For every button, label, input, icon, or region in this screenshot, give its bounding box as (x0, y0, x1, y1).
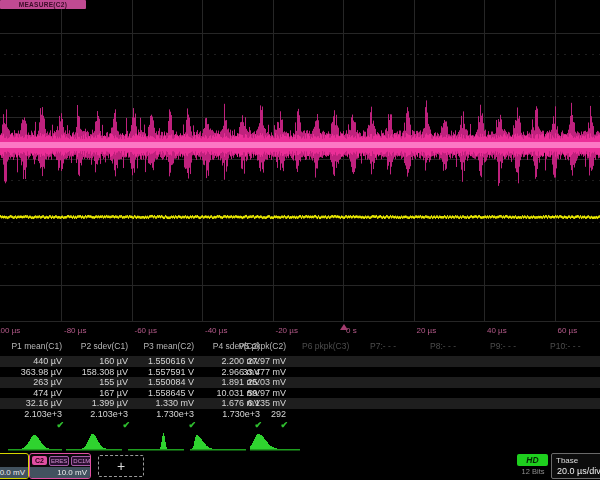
channel-c2-volts-per-div: 10.0 mV (30, 467, 90, 478)
time-axis-label: 20 µs (417, 326, 437, 335)
measurement-cell: 25.03 mV (236, 377, 288, 388)
trigger-position-marker[interactable] (340, 324, 348, 330)
measurement-cell: 1.558645 V (132, 388, 196, 399)
param-header-cell-unused[interactable]: P8:- - - (428, 340, 478, 352)
measurement-cell: 160 µV (66, 356, 130, 367)
param-status-check-icon: ✔ (236, 420, 288, 430)
param-header-cell[interactable]: P2 sdev(C1) (66, 340, 130, 352)
time-axis-label: -100 µs (0, 326, 20, 335)
measurement-row: 32.16 µV1.399 µV1.330 mV1.676 mV6.135 mV (0, 398, 600, 409)
measurement-row: 363.98 µV158.308 µV1.557591 V2.966 mV33.… (0, 367, 600, 378)
measurement-cell: 167 µV (66, 388, 130, 399)
measurement-cell: 158.308 µV (66, 367, 130, 378)
param-status-check-icon: ✔ (66, 420, 130, 430)
hd-mode-badge[interactable]: HD (517, 454, 548, 466)
measurement-cell: 1.557591 V (132, 367, 196, 378)
channel-c1-descriptor[interactable]: C1 DC1M 10.0 mV (0, 453, 29, 479)
measurement-cell: 292 (236, 409, 288, 420)
trace-status-badge: MEASURE(C2) (0, 0, 86, 9)
time-axis-label: -80 µs (64, 326, 86, 335)
channel-c1-volts-per-div: 10.0 mV (0, 467, 28, 478)
param-header-row: P1 mean(C1)P2 sdev(C1)P3 mean(C2)P4 sdev… (0, 340, 600, 353)
measurement-cell: 1.550616 V (132, 356, 196, 367)
measurement-cell: 263 µV (0, 377, 64, 388)
param-header-cell-unused[interactable]: P9:- - - (488, 340, 538, 352)
time-axis-label: 60 µs (558, 326, 578, 335)
measurement-row: 440 µV160 µV1.550616 V2.200 mV27.97 mV (0, 356, 600, 367)
time-axis-label: -60 µs (135, 326, 157, 335)
hd-bits-label: 12 Bits (515, 467, 551, 476)
measurement-cell: 474 µV (0, 388, 64, 399)
timebase-descriptor[interactable]: Tbase 20.0 µs/div (551, 453, 600, 479)
time-axis-label: -20 µs (276, 326, 298, 335)
measurement-table: P1 mean(C1)P2 sdev(C1)P3 mean(C2)P4 sdev… (0, 340, 600, 432)
measurement-cell: 27.97 mV (236, 356, 288, 367)
measurement-cell: 1.730e+3 (132, 409, 196, 420)
oscilloscope-screen: MEASURE(C2) -100 µs-80 µs-60 µs-40 µs-20… (0, 0, 600, 480)
measurement-cell: 2.103e+3 (0, 409, 64, 420)
measurement-cell: 155 µV (66, 377, 130, 388)
add-trace-button[interactable]: + (98, 455, 144, 477)
time-axis-label: -40 µs (205, 326, 227, 335)
measurement-cell: 6.135 mV (236, 398, 288, 409)
measurement-cell: 1.399 µV (66, 398, 130, 409)
measurement-cell: 33.477 mV (236, 367, 288, 378)
param-header-cell[interactable]: P3 mean(C2) (132, 340, 196, 352)
param-header-cell-unused[interactable]: P6 pkpk(C3) (300, 340, 358, 352)
param-header-cell-unused[interactable]: P10:- - - (548, 340, 598, 352)
param-status-check-icon: ✔ (0, 420, 64, 430)
channel-c2-descriptor[interactable]: C2 ERES DC1M 10.0 mV (29, 453, 91, 479)
measurement-cell: 363.98 µV (0, 367, 64, 378)
measurement-cell: 59.97 mV (236, 388, 288, 399)
measurement-cell: 32.16 µV (0, 398, 64, 409)
param-header-cell[interactable]: P5 pkpk(C2) (236, 340, 288, 352)
channel-c2-coupling-badge: DC1M (71, 456, 91, 466)
measurement-row: 2.103e+32.103e+31.730e+31.730e+3292 (0, 409, 600, 420)
measurement-cell: 1.550084 V (132, 377, 196, 388)
param-header-cell[interactable]: P1 mean(C1) (0, 340, 64, 352)
time-axis[interactable]: -100 µs-80 µs-60 µs-40 µs-20 µs0 s20 µs4… (0, 322, 600, 338)
param-header-cell-unused[interactable]: P7:- - - (368, 340, 418, 352)
timebase-label: Tbase (552, 454, 600, 465)
param-status-check-icon: ✔ (132, 420, 196, 430)
time-axis-label: 40 µs (487, 326, 507, 335)
measurement-row: 263 µV155 µV1.550084 V1.891 mV25.03 mV (0, 377, 600, 388)
measurement-cell: 440 µV (0, 356, 64, 367)
measurement-row: 474 µV167 µV1.558645 V10.031 mV59.97 mV (0, 388, 600, 399)
timebase-value: 20.0 µs/div (552, 465, 600, 476)
measurement-cell: 1.330 mV (132, 398, 196, 409)
channel-c2-eres-badge: ERES (49, 456, 69, 466)
measurement-cell: 2.103e+3 (66, 409, 130, 420)
channel-c2-label: C2 (32, 456, 47, 465)
